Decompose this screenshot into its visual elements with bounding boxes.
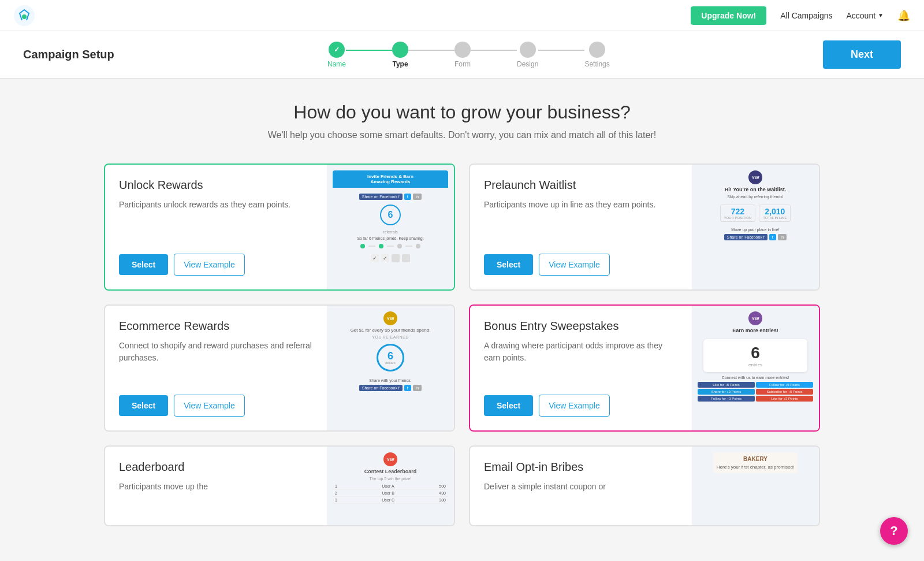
nav-left (14, 5, 35, 26)
card-email-preview: BAKERY Here's your first chapter, as pro… (692, 447, 819, 525)
ecommerce-preview-inner: YW Get $1 for every $5 your friends spen… (327, 306, 454, 430)
card-unlock-actions: Select View Example (119, 254, 313, 276)
total-number: 2,010 (763, 207, 787, 216)
ecommerce-fb-icon: Share on Facebook f (359, 385, 403, 391)
step-line-3 (471, 50, 517, 51)
step-line-4 (538, 50, 584, 51)
step-design: Design (517, 42, 538, 68)
help-button[interactable]: ? (880, 517, 908, 545)
step-name-label: Name (327, 60, 346, 68)
check-icon-3 (392, 254, 400, 262)
earned-unit: dollars (385, 361, 396, 365)
step-type-circle (392, 42, 408, 58)
bakery-title: BAKERY (717, 456, 794, 462)
lb-row-2: 2User B430 (333, 490, 448, 497)
next-button[interactable]: Next (823, 40, 901, 69)
bonus-select-button[interactable]: Select (484, 395, 533, 416)
ecommerce-top-text: Get $1 for every $5 your friends spend! (351, 328, 431, 333)
step-design-circle (520, 42, 536, 58)
bonus-view-example-button[interactable]: View Example (539, 395, 609, 417)
ecommerce-avatar: YW (383, 311, 397, 325)
unlock-view-example-button[interactable]: View Example (174, 254, 244, 276)
svg-point-1 (22, 14, 27, 19)
card-email-optin: Email Opt-in Bribes Deliver a simple ins… (469, 445, 820, 526)
leaderboard-avatar: YW (383, 452, 397, 466)
logo-icon (14, 5, 35, 26)
waitlist-preview-title: Hi! You're on the waitlist. (725, 187, 786, 192)
step-settings-circle (589, 42, 605, 58)
waitlist-select-button[interactable]: Select (484, 254, 533, 275)
step-design-label: Design (517, 60, 538, 68)
dot-1 (360, 244, 365, 248)
card-leaderboard-preview: YW Contest Leaderboard The top 5 win the… (327, 447, 454, 525)
bakery-preview: BAKERY Here's your first chapter, as pro… (713, 452, 798, 473)
card-email-desc: Deliver a simple instant coupon or (484, 481, 678, 493)
checkmark-icon (334, 46, 340, 54)
tw-entry-btn: Follow for +5 Points (756, 382, 813, 388)
leaderboard-preview-inner: YW Contest Leaderboard The top 5 win the… (327, 447, 454, 525)
bottom-cards-grid: Leaderboard Participants move up the YW … (104, 445, 820, 526)
ecommerce-share-bar: Share on Facebook f t in (359, 385, 422, 391)
yt-entry-btn: Share for +3 Points (698, 389, 755, 395)
position-label: YOUR POSITION (724, 216, 752, 220)
upgrade-now-button[interactable]: Upgrade Now! (691, 6, 766, 25)
fb-entry-btn: Like for +5 Points (698, 382, 755, 388)
all-campaigns-link[interactable]: All Campaigns (780, 11, 832, 20)
bonus-avatar: YW (748, 311, 762, 325)
fb-share-icon: Share on Facebook f (359, 194, 403, 200)
card-bonus-actions: Select View Example (484, 395, 678, 417)
tw-share-icon: t (404, 194, 411, 200)
card-leaderboard-title: Leaderboard (119, 460, 313, 474)
notifications-icon[interactable]: 🔔 (897, 9, 910, 22)
ecommerce-select-button[interactable]: Select (119, 395, 168, 416)
entries-number: 6 (708, 344, 803, 362)
card-bonus-preview: YW Earn more entries! 6 entries Connect … (692, 306, 819, 430)
waitlist-view-example-button[interactable]: View Example (539, 254, 609, 276)
waitlist-stats: 722 YOUR POSITION 2,010 TOTAL IN LINE (720, 205, 791, 222)
chevron-down-icon: ▼ (878, 12, 884, 18)
card-leaderboard-left: Leaderboard Participants move up the (105, 447, 327, 525)
step-type-label: Type (392, 60, 408, 68)
total-stat: 2,010 TOTAL IN LINE (759, 205, 791, 222)
step-form: Form (454, 42, 471, 68)
svg-marker-2 (819, 339, 820, 351)
unlock-preview-header: Invite Friends & EarnAmazing Rewards (333, 170, 448, 188)
unlock-circle-label: referrals (383, 230, 398, 234)
unlock-preview-inner: Invite Friends & EarnAmazing Rewards Sha… (327, 165, 454, 289)
bonus-preview-inner: YW Earn more entries! 6 entries Connect … (692, 306, 819, 430)
ecommerce-earned-circle: 6 dollars (377, 344, 404, 371)
dot-line (368, 246, 375, 247)
lb-row-3: 3User C380 (333, 497, 448, 504)
card-bonus-desc: A drawing where participant odds improve… (484, 340, 678, 364)
card-unlock-rewards: Unlock Rewards Participants unlock rewar… (104, 164, 455, 291)
card-unlock-preview: Invite Friends & EarnAmazing Rewards Sha… (327, 165, 454, 289)
card-waitlist-left: Prelaunch Waitlist Participants move up … (470, 165, 692, 289)
ecommerce-footer-text: Share with your friends: (369, 378, 412, 382)
ecommerce-earned-label: YOU'VE EARNED (372, 335, 408, 339)
nav-right: Upgrade Now! All Campaigns Account ▼ 🔔 (691, 6, 910, 25)
card-ecommerce-desc: Connect to shopify and reward purchases … (119, 340, 313, 364)
entries-label: entries (708, 362, 803, 367)
top-navigation: Upgrade Now! All Campaigns Account ▼ 🔔 (0, 0, 924, 31)
step-name-circle (329, 42, 345, 58)
step-line-1 (346, 50, 392, 51)
dot-2 (379, 244, 383, 248)
leaderboard-preview-title: Contest Leaderboard (364, 469, 417, 474)
ecommerce-view-example-button[interactable]: View Example (174, 395, 244, 417)
dot-3 (397, 244, 402, 248)
step-settings-label: Settings (584, 60, 609, 68)
leaderboard-rows: 1User A500 2User B430 3User C380 (333, 483, 448, 504)
leaderboard-preview-sub: The top 5 win the prize! (370, 477, 412, 481)
account-menu[interactable]: Account ▼ (847, 11, 884, 20)
card-ecommerce-title: Ecommerce Rewards (119, 319, 313, 333)
email-body-text: Here's your first chapter, as promised! (717, 465, 794, 470)
waitlist-in-icon: in (778, 234, 787, 240)
waitlist-fb-icon: Share on Facebook f (724, 234, 767, 240)
card-ecommerce-actions: Select View Example (119, 395, 313, 417)
card-waitlist-actions: Select View Example (484, 254, 678, 276)
header-bar: Campaign Setup Name Type Form Design (0, 31, 924, 79)
card-email-title: Email Opt-in Bribes (484, 460, 678, 474)
unlock-select-button[interactable]: Select (119, 254, 168, 275)
position-stat: 722 YOUR POSITION (720, 205, 756, 222)
waitlist-preview-sub: Skip ahead by referring friends! (727, 195, 783, 199)
